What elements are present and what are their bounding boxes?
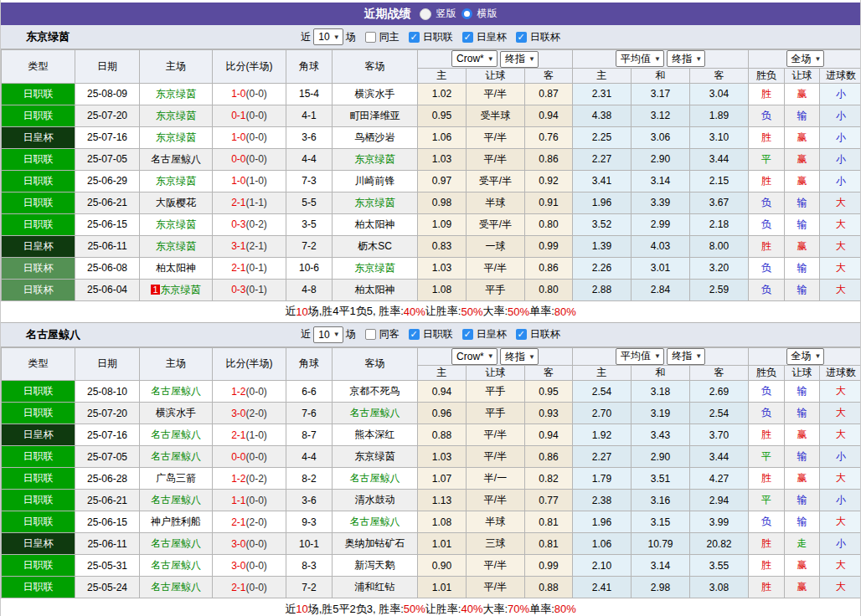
avg-away-odds: 3.44 — [690, 446, 749, 468]
team-block-tokyo-verdy: 东京绿茵 近 10▼ 场 同主 ✓ 日职联 ✓ 日皇杯 ✓ 日联杯 — [1, 25, 860, 323]
same-venue-label[interactable]: 同主 — [379, 30, 400, 44]
vertical-layout-radio[interactable] — [420, 8, 431, 20]
home-team: 东京绿茵 — [140, 213, 213, 235]
league-emperor-cup-checkbox[interactable]: ✓ — [462, 32, 473, 43]
result-text: 胜 — [761, 240, 771, 252]
vertical-layout-label[interactable]: 竖版 — [436, 7, 456, 21]
handicap-text: 输 — [797, 218, 807, 230]
crow-home-odds: 1.07 — [418, 468, 467, 490]
handicap-result: 输 — [785, 446, 820, 468]
league-jleague-checkbox[interactable]: ✓ — [409, 329, 420, 340]
league-jleague-checkbox[interactable]: ✓ — [409, 32, 420, 43]
fulltime-score: 1-0 — [231, 175, 245, 187]
average-select[interactable]: 平均值▼ — [616, 348, 664, 365]
subcol-avg-away: 客 — [690, 366, 749, 381]
away-team-name: 东京绿茵 — [355, 153, 395, 165]
scope-select[interactable]: 全场▼ — [786, 50, 825, 67]
horizontal-layout-radio[interactable] — [461, 8, 472, 19]
away-team-name: 鸟栖沙岩 — [355, 131, 395, 143]
match-row: 日皇杯25-06-11东京绿茵3-1(2-1)7-2枥木SC0.83一球0.99… — [2, 235, 861, 257]
subcol-result: 胜负 — [749, 68, 785, 83]
avg-stage-select[interactable]: 终指▼ — [667, 50, 705, 67]
avg-away-odds: 3.10 — [690, 126, 749, 148]
handicap-text: 输 — [797, 262, 807, 274]
same-venue-label[interactable]: 同客 — [379, 327, 400, 341]
corner-count: 7-2 — [286, 577, 333, 598]
halftime-score: (1-1) — [246, 197, 267, 208]
crow-handicap-line: 平/半 — [467, 577, 525, 598]
league-type-badge: 日职联 — [2, 105, 75, 126]
away-team-name: 新泻天鹅 — [355, 559, 395, 571]
league-league-cup-label[interactable]: 日联杯 — [530, 30, 560, 44]
col-header-corner: 角球 — [286, 50, 333, 84]
score-cell: 1-1(0-0) — [213, 490, 286, 511]
same-venue-checkbox[interactable] — [365, 329, 376, 340]
average-select[interactable]: 平均值▼ — [616, 50, 664, 67]
col-header-type: 类型 — [2, 347, 75, 381]
same-venue-checkbox[interactable] — [365, 32, 376, 43]
match-date: 25-06-21 — [75, 490, 140, 511]
match-count-select[interactable]: 10▼ — [313, 326, 343, 343]
goals-text: 大 — [836, 559, 846, 571]
league-jleague-label[interactable]: 日职联 — [423, 327, 453, 341]
league-emperor-cup-label[interactable]: 日皇杯 — [477, 30, 507, 44]
handicap-text: 赢 — [797, 472, 807, 484]
col-header-home: 主场 — [140, 50, 213, 84]
scope-select[interactable]: 全场▼ — [786, 348, 825, 365]
home-team: 名古屋鲸八 — [140, 446, 213, 468]
goals-result: 小 — [820, 126, 861, 148]
handicap-text: 赢 — [797, 131, 807, 143]
match-result: 胜 — [749, 555, 785, 577]
bookmaker-select[interactable]: Crow*▼ — [451, 348, 498, 365]
league-league-cup-checkbox[interactable]: ✓ — [516, 329, 527, 340]
summary-segment: 近 — [285, 602, 296, 616]
league-emperor-cup-label[interactable]: 日皇杯 — [477, 327, 507, 341]
handicap-result: 输 — [785, 192, 820, 213]
away-team-name: 浦和红钻 — [355, 581, 395, 593]
odds-stage-select[interactable]: 终指▼ — [500, 51, 539, 68]
league-jleague-label[interactable]: 日职联 — [423, 30, 453, 44]
avg-stage-select[interactable]: 终指▼ — [667, 348, 705, 365]
corner-count: 4-4 — [286, 148, 333, 170]
crow-home-odds: 0.95 — [418, 105, 467, 126]
match-row: 日职联25-07-20东京绿茵0-1(0-0)4-1町田泽维亚0.95受半球0.… — [2, 105, 861, 126]
league-emperor-cup-checkbox[interactable]: ✓ — [462, 329, 473, 340]
match-result: 胜 — [749, 468, 785, 490]
handicap-text: 赢 — [797, 175, 807, 187]
fulltime-score: 1-2 — [231, 386, 245, 398]
subcol-crow-home: 主 — [418, 366, 467, 381]
home-team-name: 名古屋鲸八 — [151, 537, 201, 549]
match-date: 25-06-11 — [75, 235, 140, 257]
avg-away-odds: 2.69 — [690, 381, 749, 403]
league-league-cup-checkbox[interactable]: ✓ — [516, 32, 527, 43]
home-team: 东京绿茵 — [140, 126, 213, 148]
odds-stage-select[interactable]: 终指▼ — [500, 348, 539, 365]
match-row: 日职联25-05-31名古屋鲸八3-0(0-0)8-3新泻天鹅0.90平/半0.… — [2, 555, 861, 577]
corner-count: 6-6 — [286, 381, 333, 403]
summary-segment: 40% — [461, 603, 482, 615]
league-league-cup-label[interactable]: 日联杯 — [530, 327, 560, 341]
away-team: 清水鼓动 — [333, 490, 418, 511]
league-type-badge: 日职联 — [2, 555, 75, 577]
away-team-name: 清水鼓动 — [355, 494, 395, 506]
crow-home-odds: 1.03 — [418, 257, 467, 279]
match-count-select[interactable]: 10▼ — [313, 28, 343, 45]
crow-away-odds: 0.91 — [525, 192, 573, 213]
col-header-score: 比分(半场) — [213, 347, 286, 381]
summary-segment: 50% — [508, 305, 529, 318]
home-team-name: 东京绿茵 — [156, 218, 196, 230]
crow-handicap-line: 平/半 — [467, 424, 525, 446]
horizontal-layout-label[interactable]: 横版 — [477, 7, 498, 21]
corner-count: 10-6 — [286, 257, 333, 279]
handicap-text: 走 — [797, 537, 807, 549]
home-team-name: 东京绿茵 — [156, 175, 196, 187]
goals-result: 小 — [820, 83, 861, 105]
handicap-result: 输 — [785, 403, 820, 424]
crow-handicap-line: 受平/半 — [467, 213, 525, 235]
avg-home-odds: 1.96 — [573, 511, 632, 533]
bookmaker-select[interactable]: Crow*▼ — [451, 50, 498, 67]
goals-text: 小 — [836, 494, 846, 506]
score-cell: 1-0(0-0) — [213, 126, 286, 148]
match-row: 日职联25-07-05名古屋鲸八0-0(0-0)4-4东京绿茵1.03平/半0.… — [2, 446, 861, 468]
league-type-badge: 日职联 — [2, 170, 75, 192]
